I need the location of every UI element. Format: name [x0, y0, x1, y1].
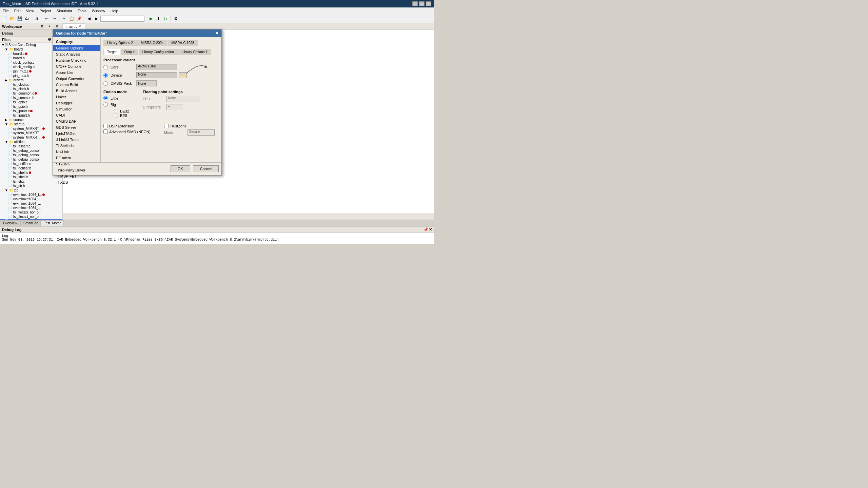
cat-ti-msp-fet[interactable]: TI MSP-FET: [53, 173, 100, 179]
cat-cmsis-dap[interactable]: CMSIS DAP: [53, 118, 100, 124]
d-registers-label: D registers: [143, 105, 165, 109]
modal-title-text: Options for node "SmartCar": [56, 31, 107, 35]
cat-debugger[interactable]: Debugger: [53, 100, 100, 106]
cat-third-party[interactable]: Third-Party Driver: [53, 167, 100, 173]
advanced-simd-row: Advanced SIMD (NEON): [103, 129, 151, 134]
dsp-extension-checkbox[interactable]: [103, 124, 108, 128]
little-label: Little: [111, 96, 118, 100]
annotation-arrow: [182, 60, 210, 77]
cat-runtime-checking[interactable]: Runtime Checking: [53, 57, 100, 63]
processor-variant-section: Processor variant Core ARM7TDMI: [103, 58, 219, 86]
advanced-simd-label: Advanced SIMD (NEON): [109, 130, 151, 134]
options-dialog: Options for node "SmartCar" ✕ Category: …: [53, 29, 222, 176]
tab-library-options-1[interactable]: Library Options 1: [178, 49, 211, 55]
cat-assembler[interactable]: Assembler: [53, 69, 100, 76]
cat-nu-link[interactable]: Nu-Link: [53, 149, 100, 155]
cmsis-pack-value: None: [136, 80, 157, 86]
trustzone-section: TrustZone Mode Secure: [164, 124, 215, 138]
radio-cmsis-pack[interactable]: [103, 81, 108, 86]
cat-linker[interactable]: Linker: [53, 94, 100, 100]
radio-core[interactable]: [103, 65, 108, 69]
extensions-section: DSP Extension Advanced SIMD (NEON): [103, 124, 151, 138]
radio-device[interactable]: [103, 73, 108, 78]
endian-mode-label: Endian mode: [103, 90, 129, 94]
cat-cadi[interactable]: CADI: [53, 112, 100, 118]
be8-row: BE8: [103, 113, 129, 118]
extensions-row: DSP Extension Advanced SIMD (NEON): [103, 124, 219, 138]
fpu-row: FPU None: [143, 96, 200, 102]
dsp-extension-row: DSP Extension: [103, 124, 151, 128]
modal-overlay: Options for node "SmartCar" ✕ Category: …: [0, 0, 434, 244]
cat-output-converter[interactable]: Output Converter: [53, 76, 100, 82]
category-panel: Category: General Options Static Analysi…: [53, 37, 101, 162]
tab-target[interactable]: Target: [103, 49, 120, 55]
tab-misra-1998[interactable]: MISRA-C:1998: [167, 40, 198, 46]
device-label: Device: [111, 73, 134, 77]
endian-big-row: Big: [103, 102, 129, 107]
cat-jlink[interactable]: J-Link/J-Trace: [53, 137, 100, 143]
be32-label: BE32: [120, 109, 129, 113]
floating-point-section: Floating point settings FPU None D regis…: [143, 90, 200, 120]
cmsis-pack-row: CMSIS-Pack None: [103, 80, 219, 86]
tab-output[interactable]: Output: [121, 49, 138, 55]
modal-body: Category: General Options Static Analysi…: [53, 37, 221, 162]
d-registers-value: --: [166, 104, 183, 110]
core-value: ARM7TDMI: [136, 64, 177, 70]
trustzone-checkbox[interactable]: [164, 124, 169, 128]
cat-ti-xds[interactable]: TI XDS: [53, 179, 100, 185]
floating-point-label: Floating point settings: [143, 90, 200, 94]
device-value: None: [136, 72, 177, 78]
endian-little-row: Little: [103, 96, 129, 100]
options-tab-row1: Library Options 2 MISRA-C:2004 MISRA-C:1…: [103, 40, 219, 46]
tab-library-options-2[interactable]: Library Options 2: [103, 40, 137, 46]
options-panel: Library Options 2 MISRA-C:2004 MISRA-C:1…: [101, 37, 221, 162]
trustzone-mode-row: Mode Secure: [164, 129, 215, 136]
trustzone-label: TrustZone: [170, 124, 187, 128]
core-label: Core: [111, 65, 134, 69]
cat-ijet[interactable]: I-jet/JTAGet: [53, 130, 100, 137]
core-row: Core ARM7TDMI: [103, 64, 219, 70]
radio-be8[interactable]: [114, 113, 118, 118]
cat-static-analysis[interactable]: Static Analysis: [53, 51, 100, 57]
cat-pe-micro[interactable]: PE micro: [53, 155, 100, 161]
trustzone-mode-label: Mode: [164, 130, 186, 135]
cancel-button[interactable]: Cancel: [193, 165, 219, 172]
cat-simulator[interactable]: Simulator: [53, 106, 100, 112]
two-col-section: Endian mode Little Big BE3: [103, 90, 219, 120]
big-label: Big: [111, 103, 116, 107]
fpu-value: None: [166, 96, 200, 102]
radio-big[interactable]: [103, 102, 108, 107]
category-title: Category:: [53, 38, 100, 45]
cat-st-link[interactable]: ST-LINK: [53, 161, 100, 167]
tab-misra-2004[interactable]: MISRA-C:2004: [137, 40, 167, 46]
cat-cpp-compiler[interactable]: C/C++ Compiler: [53, 63, 100, 69]
cat-general-options[interactable]: General Options: [53, 45, 100, 51]
endian-mode-section: Endian mode Little Big BE3: [103, 90, 129, 118]
be8-label: BE8: [120, 114, 127, 118]
trustzone-mode-value: Secure: [188, 129, 215, 136]
ok-button[interactable]: OK: [171, 165, 190, 172]
radio-little[interactable]: [103, 96, 108, 100]
radio-be32[interactable]: [114, 109, 118, 113]
modal-title-bar: Options for node "SmartCar" ✕: [53, 29, 221, 37]
d-registers-row: D registers --: [143, 104, 200, 110]
options-tab-row2: Target Output Library Configuration Libr…: [103, 49, 219, 55]
cmsis-pack-label: CMSIS-Pack: [111, 81, 134, 85]
be32-row: BE32: [103, 109, 129, 113]
dsp-extension-label: DSP Extension: [109, 124, 134, 128]
advanced-simd-checkbox[interactable]: [103, 129, 108, 134]
target-content: Processor variant Core ARM7TDMI: [103, 58, 219, 138]
cat-build-actions[interactable]: Build Actions: [53, 88, 100, 94]
cat-gdb-server[interactable]: GDB Server: [53, 124, 100, 130]
tab-library-config[interactable]: Library Configuration: [139, 49, 178, 55]
cat-ti-stellaris[interactable]: TI Stellaris: [53, 143, 100, 149]
fpu-label: FPU: [143, 97, 165, 101]
modal-close-button[interactable]: ✕: [215, 31, 219, 36]
cat-custom-build[interactable]: Custom Build: [53, 82, 100, 88]
trustzone-row: TrustZone: [164, 124, 215, 128]
